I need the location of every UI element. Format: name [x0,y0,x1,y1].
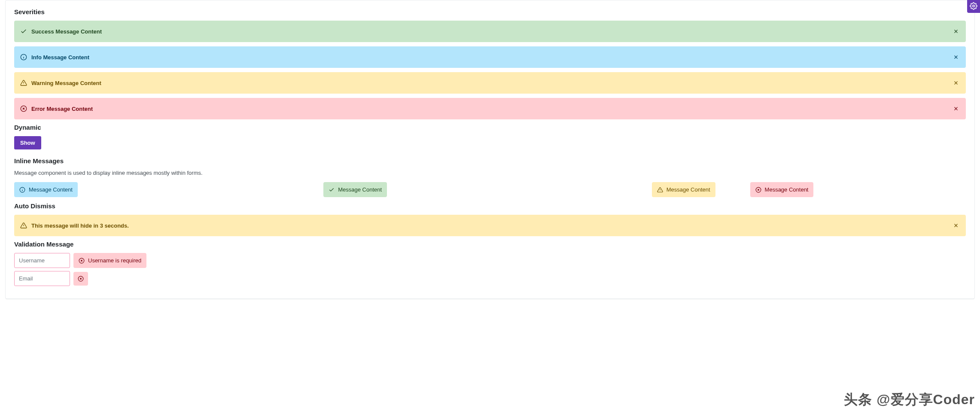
message-error: Error Message Content [14,98,966,119]
close-button[interactable] [952,222,960,229]
check-icon [20,28,27,35]
message-auto-dismiss: This message will hide in 3 seconds. [14,215,966,236]
inline-message-text: Message Content [667,186,710,193]
error-text: Username is required [88,257,141,264]
auto-dismiss-heading: Auto Dismiss [14,202,966,210]
error-icon [79,258,85,264]
message-text: Warning Message Content [31,80,952,86]
username-error-message: Username is required [73,253,146,268]
validation-heading: Validation Message [14,241,966,248]
severities-heading: Severities [14,8,966,15]
close-button[interactable] [952,53,960,61]
inline-description: Message component is used to display inl… [14,170,966,176]
inline-message-row: Message Content Message Content Message … [14,182,966,197]
demo-card: Severities Success Message Content Info … [5,0,975,299]
message-text: Info Message Content [31,54,952,61]
inline-message-warn: Message Content [652,182,715,197]
inline-heading: Inline Messages [14,157,966,164]
message-success: Success Message Content [14,21,966,42]
gear-icon [970,2,977,11]
email-input[interactable] [14,271,70,286]
info-icon [19,187,25,193]
error-icon [78,276,84,282]
close-button[interactable] [952,27,960,35]
check-icon [329,187,335,193]
dynamic-heading: Dynamic [14,124,966,131]
message-text: Success Message Content [31,28,952,35]
inline-message-success: Message Content [323,182,387,197]
close-button[interactable] [952,79,960,87]
message-info: Info Message Content [14,46,966,68]
warning-icon [20,222,27,229]
warning-icon [20,79,27,86]
close-button[interactable] [952,105,960,113]
warning-icon [657,187,663,193]
inline-message-text: Message Content [29,186,73,193]
message-text: This message will hide in 3 seconds. [31,222,952,229]
inline-message-text: Message Content [338,186,382,193]
inline-message-error: Message Content [750,182,814,197]
email-row [14,271,966,286]
username-row: Username is required [14,253,966,268]
svg-point-0 [973,5,975,7]
message-warn: Warning Message Content [14,72,966,94]
inline-message-info: Message Content [14,182,78,197]
message-text: Error Message Content [31,106,952,112]
show-button[interactable]: Show [14,136,41,149]
inline-message-text: Message Content [765,186,809,193]
username-input[interactable] [14,253,70,268]
info-icon [20,54,27,61]
error-icon [20,105,27,112]
settings-fab[interactable] [967,0,980,13]
error-icon [755,187,761,193]
email-error-message [73,272,88,286]
